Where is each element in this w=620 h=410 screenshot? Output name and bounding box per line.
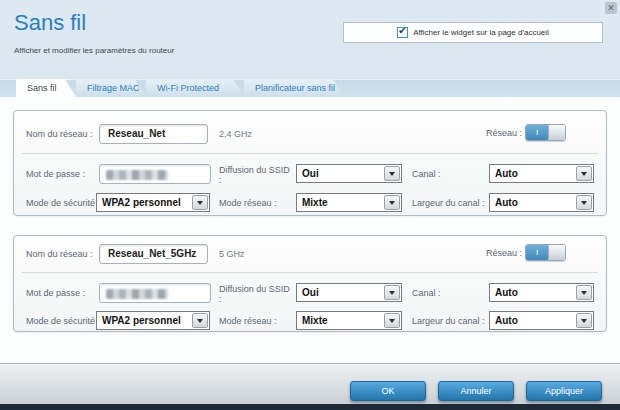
tab-sans-fil[interactable]: Sans fil <box>16 79 76 97</box>
network-name-input[interactable]: Reseau_Net_5GHz <box>99 244 208 264</box>
password-input[interactable] <box>99 164 211 184</box>
network-mode-label: Mode réseau : <box>219 193 277 213</box>
dropdown-arrow-button[interactable] <box>384 195 400 210</box>
channel-dropdown[interactable]: Auto <box>489 164 594 183</box>
channel-width-value: Auto <box>495 197 518 208</box>
section-divider <box>22 153 598 154</box>
ssid-broadcast-value: Oui <box>302 287 319 298</box>
toggle-on-segment: I <box>526 125 548 140</box>
ok-button[interactable]: OK <box>350 381 426 401</box>
password-input[interactable] <box>99 283 211 303</box>
password-label: Mot de passe : <box>26 283 85 303</box>
tab-planificateur-sans-fil[interactable]: Planificateur sans fil <box>244 79 344 97</box>
network-toggle[interactable]: I <box>525 124 566 141</box>
password-label: Mot de passe : <box>26 164 85 184</box>
ssid-broadcast-dropdown[interactable]: Oui <box>296 164 402 183</box>
cancel-button[interactable]: Annuler <box>438 381 514 401</box>
channel-width-label: Largeur du canal : <box>412 311 485 331</box>
network-mode-dropdown[interactable]: Mixte <box>296 311 402 330</box>
section-divider <box>22 272 598 273</box>
network-mode-dropdown[interactable]: Mixte <box>296 193 402 212</box>
dropdown-arrow-button[interactable] <box>576 195 592 210</box>
security-mode-value: WPA2 personnel <box>102 315 181 326</box>
dropdown-arrow-button[interactable] <box>384 285 400 300</box>
toggle-on-segment: I <box>526 245 548 260</box>
network-toggle[interactable]: I <box>525 244 566 261</box>
dropdown-arrow-button[interactable] <box>576 285 592 300</box>
chevron-down-icon <box>389 291 395 295</box>
dropdown-arrow-button[interactable] <box>384 313 400 328</box>
channel-width-dropdown[interactable]: Auto <box>489 193 594 212</box>
ssid-broadcast-label: Diffusion du SSID : <box>219 165 291 185</box>
page-subtitle: Afficher et modifier les paramètres du r… <box>14 46 174 55</box>
dropdown-arrow-button[interactable] <box>384 166 400 181</box>
chevron-down-icon <box>197 201 203 205</box>
channel-value: Auto <box>495 287 518 298</box>
network-toggle-label: Réseau : <box>486 244 522 262</box>
dropdown-arrow-button[interactable] <box>576 166 592 181</box>
chevron-down-icon <box>197 319 203 323</box>
security-mode-label: Mode de sécurité : <box>26 193 100 213</box>
ssid-broadcast-dropdown[interactable]: Oui <box>296 283 402 302</box>
chevron-down-icon <box>581 319 587 323</box>
tab-bar: Sans fil Filtrage MAC Wi-Fi Protected Se… <box>0 79 620 97</box>
dropdown-arrow-button[interactable] <box>576 313 592 328</box>
close-icon[interactable]: ✕ <box>605 2 617 14</box>
bottom-dark-strip <box>0 404 620 410</box>
apply-button[interactable]: Appliquer <box>526 381 602 401</box>
channel-label: Canal : <box>412 283 441 303</box>
password-redacted-blur <box>106 170 168 180</box>
chevron-down-icon <box>581 201 587 205</box>
toggle-knob[interactable] <box>548 245 565 260</box>
dropdown-arrow-button[interactable] <box>192 195 208 210</box>
dropdown-arrow-button[interactable] <box>192 313 208 328</box>
chevron-down-icon <box>581 291 587 295</box>
channel-value: Auto <box>495 168 518 179</box>
tab-filtrage-mac[interactable]: Filtrage MAC <box>76 79 146 97</box>
network-name-label: Nom du réseau : <box>26 124 93 144</box>
network-mode-value: Mixte <box>302 197 328 208</box>
security-mode-dropdown[interactable]: WPA2 personnel <box>96 193 210 212</box>
ssid-broadcast-value: Oui <box>302 168 319 179</box>
password-redacted-blur <box>106 289 168 299</box>
channel-label: Canal : <box>412 164 441 184</box>
ssid-broadcast-label: Diffusion du SSID : <box>219 284 291 304</box>
channel-width-dropdown[interactable]: Auto <box>489 311 594 330</box>
content-panel: Nom du réseau : Reseau_Net 2,4 GHz Résea… <box>0 97 620 363</box>
band-label: 5 GHz <box>219 244 245 264</box>
checkmark-icon: ✔ <box>398 25 406 36</box>
chevron-down-icon <box>389 201 395 205</box>
network-toggle-label: Réseau : <box>486 124 522 142</box>
widget-homepage-checkbox-group[interactable]: ✔ Afficher le widget sur la page d'accue… <box>343 22 603 43</box>
checkbox-checked-icon[interactable]: ✔ <box>397 27 408 38</box>
channel-dropdown[interactable]: Auto <box>489 283 594 302</box>
footer-bar: OK Annuler Appliquer <box>0 363 620 410</box>
tab-wifi-protected-setup[interactable]: Wi-Fi Protected Setup <box>146 79 244 97</box>
section-2-4ghz: Nom du réseau : Reseau_Net 2,4 GHz Résea… <box>13 110 607 216</box>
network-mode-label: Mode réseau : <box>219 311 277 331</box>
chevron-down-icon <box>389 319 395 323</box>
channel-width-label: Largeur du canal : <box>412 193 485 213</box>
section-5ghz: Nom du réseau : Reseau_Net_5GHz 5 GHz Ré… <box>13 235 607 332</box>
security-mode-dropdown[interactable]: WPA2 personnel <box>96 311 210 330</box>
security-mode-label: Mode de sécurité : <box>26 311 100 331</box>
channel-width-value: Auto <box>495 315 518 326</box>
network-name-label: Nom du réseau : <box>26 244 93 264</box>
network-name-input[interactable]: Reseau_Net <box>99 124 208 144</box>
network-mode-value: Mixte <box>302 315 328 326</box>
security-mode-value: WPA2 personnel <box>102 197 181 208</box>
chevron-down-icon <box>389 172 395 176</box>
widget-checkbox-label: Afficher le widget sur la page d'accueil <box>413 28 549 37</box>
toggle-knob[interactable] <box>548 125 565 140</box>
band-label: 2,4 GHz <box>219 124 252 144</box>
page-title: Sans fil <box>14 10 86 36</box>
chevron-down-icon <box>581 172 587 176</box>
